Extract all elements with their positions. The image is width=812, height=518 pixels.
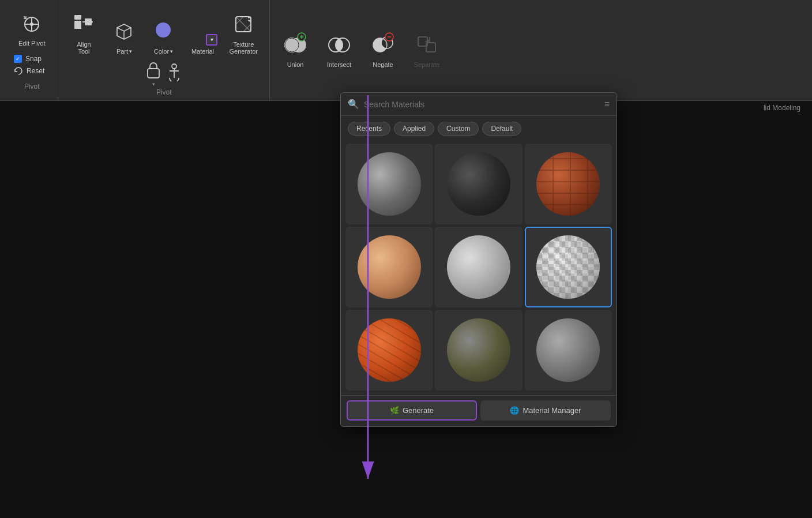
color-chevron: ▾ [170, 48, 173, 54]
part-label: Part [116, 48, 128, 55]
lock-button[interactable]: ▾ [145, 61, 161, 87]
material-sphere-white-fabric [447, 235, 510, 299]
search-row: 🔍 ≡ [341, 93, 616, 116]
tab-applied[interactable]: Applied [394, 122, 434, 136]
align-tool-label: AlignTool [77, 41, 91, 55]
material-cell-gray[interactable] [525, 310, 612, 391]
search-input[interactable] [364, 100, 600, 109]
edit-pivot-label: Edit Pivot [18, 40, 45, 47]
reset-icon [14, 66, 23, 76]
edit-pivot-icon [21, 14, 42, 37]
anchor-button[interactable] [166, 62, 182, 87]
separate-icon [415, 32, 439, 59]
align-tool-button[interactable]: AlignTool [65, 5, 102, 58]
material-sphere-concrete [358, 152, 421, 216]
solid-modeling-section: Union Intersect [270, 0, 452, 100]
edit-pivot-button[interactable]: Edit Pivot [14, 10, 50, 50]
alignment-extras: ▾ [145, 61, 182, 87]
alignment-section-label: Pivot [156, 88, 172, 96]
snap-row: ✓ Snap [14, 55, 50, 63]
union-label: Union [287, 61, 304, 68]
material-cell-orange-tile[interactable] [345, 310, 433, 391]
material-cell-quilted[interactable] [525, 227, 612, 307]
part-label-row: Part ▾ [116, 48, 132, 55]
material-label: Material [191, 48, 214, 55]
material-manager-button[interactable]: 🌐 Material Manager [480, 400, 611, 421]
svg-point-1 [30, 22, 33, 26]
alignment-section: AlignTool Part ▾ [58, 0, 270, 100]
pivot-section-label: Pivot [14, 82, 50, 91]
material-cell-concrete[interactable] [345, 144, 433, 224]
texture-generator-button[interactable]: TextureGenerator [224, 9, 262, 58]
color-icon [152, 20, 175, 46]
texture-generator-icon [232, 13, 255, 39]
dropdown-footer: 🌿 Generate 🌐 Material Manager [341, 395, 616, 426]
material-sphere-brick [536, 152, 600, 216]
material-cell-dark-rock[interactable] [435, 144, 522, 224]
part-chevron: ▾ [129, 48, 132, 54]
toolbar: Edit Pivot ✓ Snap Reset Pivot [0, 0, 812, 101]
separate-button[interactable]: Separate [407, 29, 446, 72]
material-sphere-skin [358, 235, 421, 299]
reset-row: Reset [14, 66, 50, 76]
material-sphere-stone [447, 318, 510, 382]
negate-label: Negate [373, 61, 393, 68]
align-tool-icon [70, 8, 97, 39]
svg-rect-5 [85, 18, 92, 25]
color-button[interactable]: Color ▾ [146, 16, 181, 58]
material-button[interactable]: Material ▾ [185, 16, 220, 58]
material-sphere-quilted [536, 235, 600, 299]
tab-custom[interactable]: Custom [438, 122, 479, 136]
separate-label: Separate [414, 61, 440, 68]
material-cell-stone[interactable] [435, 310, 522, 391]
pivot-section: Edit Pivot ✓ Snap Reset Pivot [6, 0, 58, 100]
snap-reset-col: ✓ Snap Reset [14, 55, 50, 76]
lock-chevron: ▾ [152, 81, 155, 87]
svg-point-11 [248, 18, 250, 20]
snap-label: Snap [25, 55, 42, 63]
svg-point-13 [172, 64, 176, 69]
intersect-button[interactable]: Intersect [319, 29, 359, 72]
material-cell-brick[interactable] [525, 144, 612, 224]
solid-modeling-label: lid Modeling [764, 104, 800, 112]
material-cell-white-fabric[interactable] [435, 227, 522, 307]
svg-rect-12 [148, 69, 159, 78]
list-view-icon[interactable]: ≡ [604, 99, 610, 110]
material-manager-icon: 🌐 [510, 406, 519, 415]
material-label-row: Material [191, 48, 214, 55]
generate-label: Generate [403, 406, 434, 415]
part-button[interactable]: Part ▾ [107, 16, 141, 58]
texture-generator-label: TextureGenerator [229, 41, 258, 55]
tab-default[interactable]: Default [482, 122, 521, 136]
material-sphere-orange-tile [358, 318, 421, 382]
intersect-label: Intersect [327, 61, 351, 68]
alignment-tools-row: AlignTool Part ▾ [65, 5, 262, 58]
reset-label: Reset [27, 67, 44, 75]
intersect-icon [327, 32, 351, 59]
boolean-row: Union Intersect [276, 29, 446, 72]
material-manager-label: Material Manager [522, 406, 581, 415]
material-dropdown-chevron: ▾ [210, 36, 213, 43]
tab-recents[interactable]: Recents [348, 122, 390, 136]
material-sphere-dark-rock [447, 152, 510, 216]
color-label: Color [154, 48, 169, 55]
generate-button[interactable]: 🌿 Generate [347, 400, 477, 421]
svg-rect-3 [74, 15, 81, 20]
material-sphere-gray [536, 318, 600, 382]
material-dropdown: 🔍 ≡ Recents Applied Custom Default [340, 92, 617, 427]
material-dropdown-button[interactable]: ▾ [206, 34, 217, 46]
filter-tabs: Recents Applied Custom Default [341, 116, 616, 141]
material-cell-skin[interactable] [345, 227, 433, 307]
union-icon [283, 32, 307, 59]
snap-checkbox[interactable]: ✓ [14, 55, 22, 63]
union-button[interactable]: Union [276, 29, 315, 72]
generate-icon: 🌿 [390, 406, 399, 415]
materials-grid [341, 141, 616, 395]
svg-point-6 [156, 22, 171, 37]
part-icon [112, 20, 136, 46]
negate-button[interactable]: Negate [363, 29, 403, 72]
svg-rect-2 [74, 21, 81, 29]
negate-icon [371, 32, 395, 59]
search-icon: 🔍 [348, 99, 359, 110]
color-label-row: Color ▾ [154, 48, 173, 55]
